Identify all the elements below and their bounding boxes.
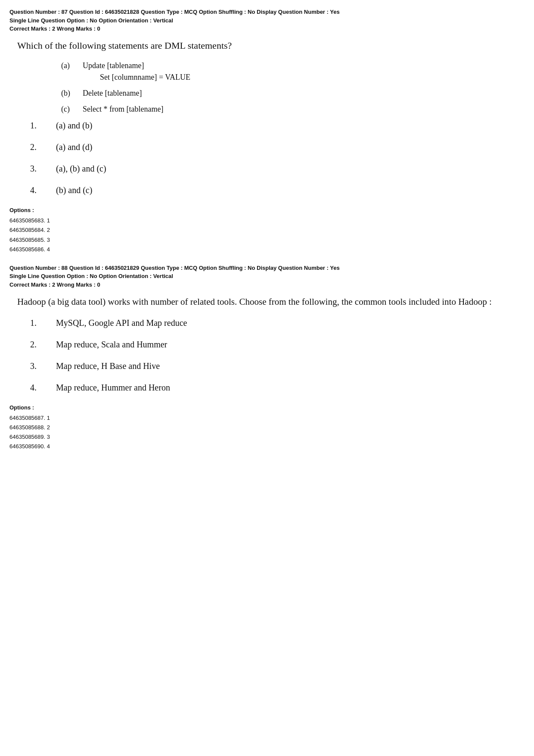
sub-option-b-line1: Delete [tablename] bbox=[83, 87, 142, 99]
answer-option-1-1-num: 1. bbox=[30, 119, 56, 131]
answer-option-2-4-num: 4. bbox=[30, 381, 56, 394]
answer-option-2-2-text: Map reduce, Scala and Hummer bbox=[56, 338, 167, 350]
question-1-answer-options: 1. (a) and (b) 2. (a) and (d) 3. (a), (b… bbox=[30, 119, 525, 196]
question-1-meta: Question Number : 87 Question Id : 64635… bbox=[9, 8, 525, 33]
question-1-meta-line2: Single Line Question Option : No Option … bbox=[9, 16, 525, 25]
question-2-answer-options: 1. MySQL, Google API and Map reduce 2. M… bbox=[30, 317, 525, 394]
question-1-option-id-2: 64635085684. 2 bbox=[9, 225, 525, 235]
question-1-option-id-4: 64635085686. 4 bbox=[9, 245, 525, 254]
sub-option-a-label: (a) bbox=[61, 60, 83, 83]
question-2-options-title: Options : bbox=[9, 403, 525, 412]
answer-option-1-4-text: (b) and (c) bbox=[56, 184, 92, 196]
question-1-correct-marks: Correct Marks : 2 Wrong Marks : 0 bbox=[9, 25, 525, 33]
answer-option-1-4-num: 4. bbox=[30, 184, 56, 196]
question-2-meta-line2: Single Line Question Option : No Option … bbox=[9, 272, 525, 281]
question-2-option-id-3: 64635085689. 3 bbox=[9, 432, 525, 442]
sub-option-c-line1: Select * from [tablename] bbox=[83, 103, 163, 115]
sub-option-b-label: (b) bbox=[61, 87, 83, 99]
question-2: Question Number : 88 Question Id : 64635… bbox=[9, 264, 525, 452]
answer-option-2-2: 2. Map reduce, Scala and Hummer bbox=[30, 338, 525, 350]
sub-option-a-content: Update [tablename] Set [columnname] = VA… bbox=[83, 60, 190, 83]
sub-option-b-content: Delete [tablename] bbox=[83, 87, 142, 99]
answer-option-2-3-num: 3. bbox=[30, 360, 56, 372]
question-1-text: Which of the following statements are DM… bbox=[17, 39, 525, 53]
question-2-correct-marks: Correct Marks : 2 Wrong Marks : 0 bbox=[9, 281, 525, 289]
answer-option-2-3: 3. Map reduce, H Base and Hive bbox=[30, 360, 525, 372]
answer-option-1-2-num: 2. bbox=[30, 141, 56, 153]
answer-option-2-1-text: MySQL, Google API and Map reduce bbox=[56, 317, 187, 329]
question-2-text: Hadoop (a big data tool) works with numb… bbox=[17, 295, 525, 309]
answer-option-2-4: 4. Map reduce, Hummer and Heron bbox=[30, 381, 525, 394]
answer-option-2-4-text: Map reduce, Hummer and Heron bbox=[56, 381, 170, 394]
sub-option-c-content: Select * from [tablename] bbox=[83, 103, 163, 115]
question-1-meta-line1: Question Number : 87 Question Id : 64635… bbox=[9, 8, 525, 16]
answer-option-1-3: 3. (a), (b) and (c) bbox=[30, 162, 525, 175]
answer-option-1-3-text: (a), (b) and (c) bbox=[56, 162, 106, 175]
answer-option-2-1: 1. MySQL, Google API and Map reduce bbox=[30, 317, 525, 329]
question-1-option-id-1: 64635085683. 1 bbox=[9, 216, 525, 225]
sub-option-b: (b) Delete [tablename] bbox=[61, 87, 525, 99]
question-2-option-id-2: 64635085688. 2 bbox=[9, 423, 525, 432]
question-1-options-title: Options : bbox=[9, 206, 525, 215]
question-1-options-list: Options : 64635085683. 1 64635085684. 2 … bbox=[9, 206, 525, 254]
sub-option-a: (a) Update [tablename] Set [columnname] … bbox=[61, 60, 525, 83]
answer-option-2-3-text: Map reduce, H Base and Hive bbox=[56, 360, 160, 372]
sub-option-a-line2: Set [columnname] = VALUE bbox=[100, 72, 190, 83]
question-1-option-id-3: 64635085685. 3 bbox=[9, 235, 525, 245]
question-separator bbox=[9, 254, 525, 264]
question-1-sub-options: (a) Update [tablename] Set [columnname] … bbox=[61, 60, 525, 115]
question-2-option-id-1: 64635085687. 1 bbox=[9, 413, 525, 423]
question-2-meta-line1: Question Number : 88 Question Id : 64635… bbox=[9, 264, 525, 272]
question-1: Question Number : 87 Question Id : 64635… bbox=[9, 8, 525, 254]
answer-option-1-2: 2. (a) and (d) bbox=[30, 141, 525, 153]
answer-option-1-2-text: (a) and (d) bbox=[56, 141, 92, 153]
sub-option-a-line1: Update [tablename] bbox=[83, 60, 190, 72]
answer-option-1-1-text: (a) and (b) bbox=[56, 119, 92, 131]
answer-option-1-3-num: 3. bbox=[30, 162, 56, 175]
sub-option-c-label: (c) bbox=[61, 103, 83, 115]
answer-option-1-1: 1. (a) and (b) bbox=[30, 119, 525, 131]
answer-option-2-2-num: 2. bbox=[30, 338, 56, 350]
question-2-meta: Question Number : 88 Question Id : 64635… bbox=[9, 264, 525, 289]
answer-option-1-4: 4. (b) and (c) bbox=[30, 184, 525, 196]
question-2-options-list: Options : 64635085687. 1 64635085688. 2 … bbox=[9, 403, 525, 451]
sub-option-c: (c) Select * from [tablename] bbox=[61, 103, 525, 115]
question-2-option-id-4: 64635085690. 4 bbox=[9, 442, 525, 451]
answer-option-2-1-num: 1. bbox=[30, 317, 56, 329]
